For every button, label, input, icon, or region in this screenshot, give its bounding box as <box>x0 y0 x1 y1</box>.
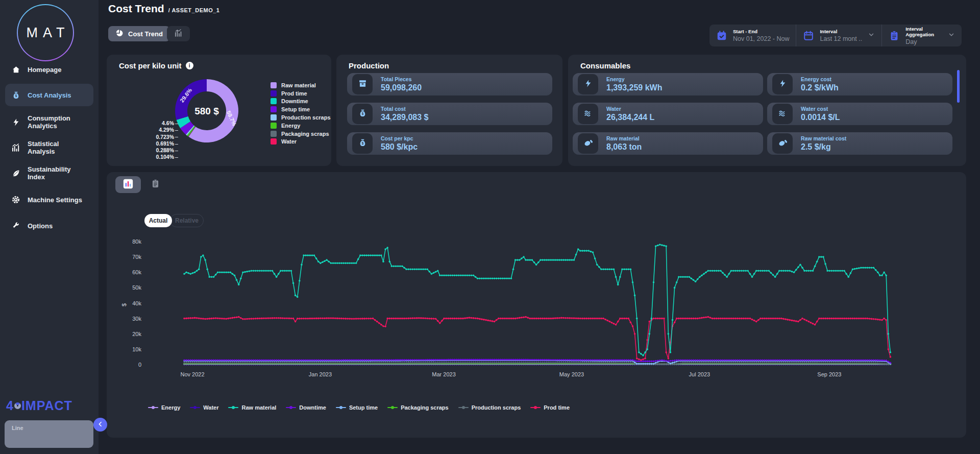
legend-label: Energy <box>281 123 300 129</box>
stat-value: 26,384,244 L <box>606 113 654 122</box>
donut-center-value: 580 $ <box>194 106 219 116</box>
svg-text:$: $ <box>15 94 17 98</box>
tab-cost-trend[interactable]: Cost Trend <box>108 26 170 41</box>
legend-swatch <box>271 98 277 104</box>
donut-legend-item-energy[interactable]: Energy <box>271 122 331 130</box>
moneybag-icon: $ <box>358 138 367 149</box>
calendar-icon <box>803 30 814 41</box>
donut-legend-item-raw-material[interactable]: Raw material <box>271 81 331 89</box>
sidebar: MAT Homepage$Cost AnalysisConsumption An… <box>0 0 99 454</box>
home-icon <box>11 65 20 74</box>
sidebar-item-statistical-analysis[interactable]: Statistical Analysis <box>5 138 93 157</box>
stat-label: Total Pieces <box>381 76 422 82</box>
waves-icon <box>583 108 593 120</box>
statchart-icon <box>11 143 20 152</box>
legend-swatch <box>271 90 277 97</box>
chart-legend-item-production-scraps[interactable]: Production scraps <box>458 404 521 411</box>
stat-water: Water26,384,244 L <box>573 103 763 125</box>
legend-label: Downtime <box>281 98 308 104</box>
donut-legend-item-setup-time[interactable]: Setup time <box>271 105 331 113</box>
filter-interval-aggregation[interactable]: Interval AggregationDay <box>881 25 962 46</box>
stat-value: 0.2 $/kWh <box>801 83 839 92</box>
sidebar-collapse-button[interactable] <box>93 418 107 432</box>
40impact-logo: 4IMPACT <box>6 398 72 413</box>
sidebar-item-label: Consumption Analytics <box>28 114 87 130</box>
sidebar-item-cost-analysis[interactable]: $Cost Analysis <box>5 84 93 106</box>
meat-icon <box>583 138 593 150</box>
legend-marker <box>530 405 541 410</box>
sidebar-item-machine-settings[interactable]: Machine Settings <box>5 190 93 209</box>
legend-swatch <box>271 106 277 112</box>
legend-marker <box>228 405 238 410</box>
svg-text:$: $ <box>361 112 363 116</box>
info-icon[interactable]: i <box>186 62 193 69</box>
donut-legend-item-prod-time[interactable]: Prod time <box>271 89 331 98</box>
x-tick-label: Jan 2023 <box>309 371 332 377</box>
stat-energy-cost: Energy cost0.2 $/kWh <box>767 73 952 95</box>
chart-legend-item-raw-material[interactable]: Raw material <box>228 404 276 411</box>
chart-legend-item-packaging-scraps[interactable]: Packaging scraps <box>387 404 449 411</box>
mat-logo-text: MAT <box>21 25 70 41</box>
moneybag-icon: $ <box>358 109 367 120</box>
filter-start-end[interactable]: Start - EndNov 01, 2022 - Now <box>709 25 796 46</box>
stat-icon-tile <box>352 74 373 94</box>
legend-label: Packaging scraps <box>401 404 449 411</box>
donut-legend-item-production-scraps[interactable]: Production scraps <box>271 113 331 122</box>
donut-legend-item-downtime[interactable]: Downtime <box>271 98 331 106</box>
sidebar-item-consumption-analytics[interactable]: Consumption Analytics <box>5 110 93 134</box>
stat-energy: Energy1,393,259 kWh <box>573 73 763 95</box>
y-tick-label: 80k <box>132 238 141 245</box>
chart-legend-item-energy[interactable]: Energy <box>148 404 180 411</box>
legend-marker <box>148 405 158 410</box>
stat-value: 580 $/kpc <box>381 142 418 152</box>
stat-label: Cost per kpc <box>381 135 418 141</box>
donut-legend-item-packaging-scraps[interactable]: Packaging scraps <box>271 130 331 138</box>
stat-label: Water <box>606 106 654 112</box>
legend-marker <box>387 405 398 410</box>
filter-interval[interactable]: IntervalLast 12 mont .. <box>796 25 881 46</box>
production-card: Production Total Pieces59,098,260$Total … <box>336 55 562 166</box>
sidebar-item-options[interactable]: Options <box>5 217 93 235</box>
line-selector[interactable]: Line <box>5 420 93 448</box>
legend-swatch <box>271 123 277 129</box>
stat-icon-tile <box>772 133 793 154</box>
sidebar-item-sustainability-index[interactable]: Sustainability Index <box>5 164 93 182</box>
legend-marker <box>190 405 200 410</box>
chart-legend-item-water[interactable]: Water <box>190 404 218 411</box>
legend-swatch <box>271 131 277 137</box>
stat-label: Energy cost <box>801 76 839 82</box>
stat-label: Total cost <box>381 106 428 112</box>
sidebar-item-homepage[interactable]: Homepage <box>5 60 93 79</box>
donut-pct-energy: 0.691% <box>125 140 178 147</box>
stat-icon-tile <box>772 74 793 94</box>
series-raw-material <box>183 244 891 356</box>
donut-pct-production-scraps: 0.723% <box>125 134 178 140</box>
stat-value: 1,393,259 kWh <box>606 83 662 92</box>
chart-legend-item-downtime[interactable]: Downtime <box>286 404 326 411</box>
legend-label: Production scraps <box>281 114 331 121</box>
chart-legend-item-setup-time[interactable]: Setup time <box>336 404 378 411</box>
production-title: Production <box>349 61 389 70</box>
series-prod-time <box>183 316 891 361</box>
stat-label: Energy <box>606 76 662 82</box>
donut-card-title: Cost per kilo uniti <box>119 61 193 70</box>
tab-trend-chart[interactable] <box>167 26 190 41</box>
legend-label: Production scraps <box>472 404 521 411</box>
toggle-actual[interactable]: Actual <box>144 214 172 227</box>
donut-pct-packaging-scraps: 0.288% <box>125 147 178 154</box>
legend-label: Water <box>203 404 218 411</box>
legend-label: Setup time <box>281 106 310 112</box>
stat-cost-per-kpc: $Cost per kpc580 $/kpc <box>347 132 552 155</box>
pie-chart-icon <box>115 29 124 39</box>
cost-trend-line-chart[interactable]: 010k20k30k40k50k60k70k80k$Nov 2022Jan 20… <box>107 172 966 438</box>
legend-swatch <box>271 138 277 145</box>
consumables-scrollbar[interactable] <box>957 70 960 103</box>
consumables-title: Consumables <box>580 61 630 70</box>
stat-value: 59,098,260 <box>381 83 422 92</box>
date-filters-bar: Start - EndNov 01, 2022 - Now IntervalLa… <box>709 25 962 46</box>
donut-legend-item-water[interactable]: Water <box>271 138 331 146</box>
chart-legend-item-prod-time[interactable]: Prod time <box>530 404 570 411</box>
x-tick-label: May 2023 <box>559 371 584 377</box>
donut-legend: Raw materialProd timeDowntimeSetup timeP… <box>271 81 331 146</box>
line-chart-legend: EnergyWaterRaw materialDowntimeSetup tim… <box>148 404 570 411</box>
